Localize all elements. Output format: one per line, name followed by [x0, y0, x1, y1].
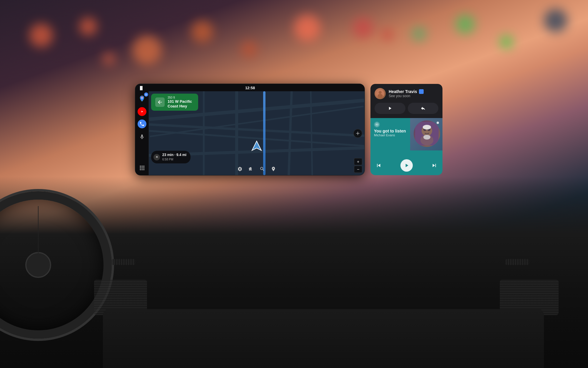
bokeh-13 [382, 29, 392, 40]
message-app-icon [419, 89, 424, 94]
music-card: You got to listen Michael Evans [370, 118, 442, 175]
map-toolbar [237, 166, 276, 173]
music-service-icon [374, 122, 380, 127]
bokeh-2 [79, 18, 97, 35]
avatar-image [376, 89, 384, 98]
message-header: Heather Travis See you soon [375, 88, 438, 99]
status-bar: ▐▌ 12:58 [135, 84, 365, 91]
map-controls [353, 129, 362, 138]
bokeh-8 [412, 26, 426, 41]
route-eta: 6:58 PM [162, 158, 186, 162]
road-8 [203, 91, 205, 175]
sidebar-item-apps[interactable] [137, 163, 147, 173]
bokeh-3 [132, 35, 162, 65]
svg-point-19 [379, 91, 382, 94]
bokeh-1 [29, 24, 53, 47]
svg-rect-5 [143, 166, 144, 167]
apps-icon [139, 165, 145, 171]
nav-distance: 350 ft [168, 96, 192, 99]
bokeh-11 [544, 9, 567, 32]
route-list-button[interactable] [248, 166, 254, 173]
bokeh-4 [191, 21, 213, 43]
svg-rect-4 [141, 166, 143, 167]
main-content: 3 [135, 91, 365, 175]
phone-icon [139, 121, 145, 127]
music-title: You got to listen [374, 129, 439, 133]
location-center-button[interactable] [353, 129, 362, 138]
nav-street-line1: 101 W Pacific [168, 99, 192, 104]
music-icon [139, 109, 145, 114]
settings-button[interactable] [237, 166, 243, 173]
svg-rect-7 [141, 167, 143, 168]
nav-text: 350 ft 101 W Pacific Coast Hwy [168, 96, 192, 108]
message-info: Heather Travis See you soon [389, 89, 424, 98]
right-panel: Heather Travis See you soon [370, 84, 442, 175]
message-card: Heather Travis See you soon [370, 84, 442, 118]
music-info: You got to listen Michael Evans [374, 122, 439, 137]
infotainment-screen: ▐▌ 12:58 3 [135, 84, 365, 175]
map-area: 350 ft 101 W Pacific Coast Hwy ✕ 23 min … [149, 91, 365, 175]
route-details: 23 min · 9.4 mi 6:58 PM [162, 152, 186, 162]
vent-left [112, 259, 135, 265]
sidebar: 3 [135, 91, 149, 175]
sidebar-item-music[interactable] [138, 107, 146, 116]
search-button[interactable] [260, 166, 265, 173]
route-time: 23 min · 9.4 mi [162, 152, 186, 158]
maps-icon [138, 95, 146, 102]
nav-street-line2: Coast Hwy [168, 104, 192, 109]
route-close-button[interactable]: ✕ [153, 154, 160, 160]
route-info: ✕ 23 min · 9.4 mi 6:58 PM [151, 151, 191, 163]
svg-rect-8 [143, 167, 144, 168]
music-artist: Michael Evans [374, 133, 439, 137]
status-time: 12:58 [245, 86, 255, 90]
road-2 [149, 123, 364, 137]
svg-marker-12 [252, 141, 261, 150]
svg-rect-11 [143, 169, 144, 170]
maps-badge: 3 [144, 92, 148, 97]
play-message-button[interactable] [375, 103, 405, 114]
sidebar-item-phone[interactable] [138, 120, 146, 128]
road-4 [288, 91, 293, 175]
message-sender: Heather Travis [389, 89, 417, 94]
bokeh-9 [456, 15, 475, 34]
zoom-controls: + − [354, 158, 362, 173]
vent-right [506, 259, 529, 265]
pin-button[interactable] [271, 166, 276, 173]
nav-arrow-icon [155, 97, 165, 107]
svg-rect-10 [141, 169, 143, 170]
svg-marker-21 [389, 107, 391, 110]
signal-icon: ▐▌ [139, 86, 144, 90]
svg-point-30 [376, 124, 377, 125]
bokeh-5 [241, 41, 257, 57]
sidebar-item-assistant[interactable] [137, 132, 147, 142]
play-pause-button[interactable] [400, 159, 413, 172]
svg-marker-31 [405, 164, 408, 167]
zoom-out-button[interactable]: − [354, 166, 362, 173]
svg-rect-6 [140, 167, 141, 168]
bokeh-7 [353, 18, 373, 38]
bokeh-6 [294, 15, 320, 41]
bokeh-10 [500, 35, 513, 49]
music-controls [374, 159, 439, 172]
zoom-in-button[interactable]: + [354, 158, 362, 165]
message-preview: See you soon [389, 94, 424, 98]
nav-route-line [263, 91, 265, 175]
svg-point-13 [357, 133, 358, 134]
avatar [375, 88, 386, 99]
road-3 [235, 91, 238, 175]
message-actions [375, 103, 438, 114]
svg-rect-3 [140, 166, 141, 167]
nav-arrow-marker [251, 140, 263, 152]
mic-icon [139, 134, 145, 140]
reply-message-button[interactable] [408, 103, 439, 114]
navigation-card: 350 ft 101 W Pacific Coast Hwy [151, 94, 198, 111]
center-console [103, 309, 544, 368]
sidebar-item-maps[interactable]: 3 [137, 94, 147, 104]
bokeh-12 [103, 53, 115, 65]
svg-rect-9 [140, 169, 141, 170]
prev-track-button[interactable] [374, 161, 383, 170]
next-track-button[interactable] [430, 161, 439, 170]
